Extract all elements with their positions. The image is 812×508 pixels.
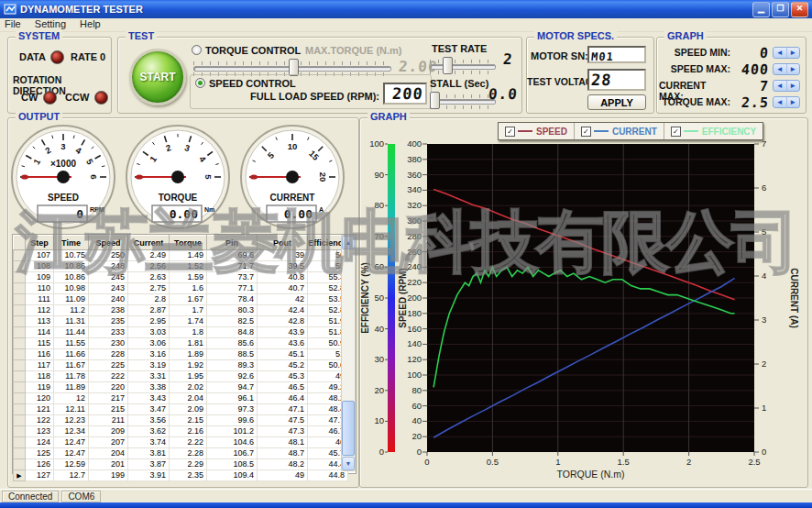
table-cell[interactable]: 69.6 — [207, 250, 258, 261]
table-cell[interactable]: 1.7 — [170, 305, 207, 316]
table-cell[interactable]: 73.7 — [207, 272, 258, 283]
table-cell[interactable]: 11.2 — [54, 305, 89, 316]
full-load-speed-field[interactable]: 200 — [383, 83, 427, 105]
table-cell[interactable]: 124 — [26, 437, 54, 448]
spin-right-arrow[interactable]: ► — [787, 81, 800, 91]
table-cell[interactable]: 40.8 — [258, 272, 308, 283]
table-cell[interactable]: 2.02 — [170, 382, 207, 393]
titlebar[interactable]: DYNAMOMETER TESTER ▁ ❐ ✕ — [0, 0, 812, 18]
table-cell[interactable]: 11.78 — [54, 371, 89, 382]
table-cell[interactable]: 84.8 — [207, 327, 258, 338]
table-cell[interactable]: 209 — [89, 426, 128, 437]
table-row[interactable]: 11010.982432.751.677.140.752.8 — [14, 283, 348, 294]
row-selector[interactable] — [14, 426, 26, 437]
table-cell[interactable]: 108 — [26, 261, 54, 272]
row-selector[interactable] — [14, 283, 26, 294]
table-cell[interactable]: 2.75 — [128, 283, 170, 294]
table-cell[interactable]: 2.8 — [128, 294, 170, 305]
table-cell[interactable]: 3.38 — [128, 382, 170, 393]
table-cell[interactable]: 3.74 — [128, 437, 170, 448]
test-voltage-field[interactable]: 28 — [587, 69, 646, 91]
table-cell[interactable]: 199 — [89, 470, 128, 481]
row-selector[interactable] — [14, 305, 26, 316]
table-cell[interactable]: 46.4 — [258, 393, 308, 404]
table-cell[interactable]: 42.4 — [258, 305, 308, 316]
table-cell[interactable]: 111 — [26, 294, 54, 305]
table-cell[interactable]: 211 — [89, 415, 128, 426]
table-cell[interactable]: 114 — [26, 327, 54, 338]
table-cell[interactable]: 78.4 — [207, 294, 258, 305]
row-selector[interactable] — [14, 415, 26, 426]
table-cell[interactable]: 71.7 — [207, 261, 258, 272]
table-cell[interactable]: 1.8 — [170, 327, 207, 338]
test-rate-slider-thumb[interactable] — [443, 57, 453, 74]
table-cell[interactable]: 1.49 — [170, 250, 207, 261]
table-cell[interactable]: 126 — [26, 459, 54, 470]
table-cell[interactable]: 12.47 — [54, 437, 89, 448]
table-cell[interactable]: 3.56 — [128, 415, 170, 426]
spin-left-arrow[interactable]: ◄ — [774, 64, 787, 74]
table-cell[interactable]: 11.31 — [54, 316, 89, 327]
table-cell[interactable]: 122 — [26, 415, 54, 426]
table-row[interactable]: 12612.592013.872.29108.548.244.4 — [14, 459, 348, 470]
table-cell[interactable]: 109.4 — [207, 470, 258, 481]
table-cell[interactable]: 96.1 — [207, 393, 258, 404]
table-cell[interactable]: 233 — [89, 327, 128, 338]
row-selector[interactable] — [14, 371, 26, 382]
table-cell[interactable]: 115 — [26, 338, 54, 349]
table-cell[interactable]: 118 — [26, 371, 54, 382]
table-cell[interactable]: 2.09 — [170, 404, 207, 415]
test-rate-slider[interactable] — [430, 60, 496, 74]
scroll-down-arrow[interactable]: ▼ — [342, 457, 355, 470]
table-cell[interactable]: 235 — [89, 316, 128, 327]
table-cell[interactable]: 2.29 — [170, 459, 207, 470]
table-cell[interactable]: 12.47 — [54, 448, 89, 459]
row-selector[interactable] — [14, 327, 26, 338]
table-cell[interactable]: 89.3 — [207, 360, 258, 371]
table-cell[interactable]: 217 — [89, 393, 128, 404]
table-cell[interactable]: 11.09 — [54, 294, 89, 305]
table-cell[interactable]: 215 — [89, 404, 128, 415]
table-cell[interactable]: 1.81 — [170, 338, 207, 349]
table-cell[interactable]: 113 — [26, 316, 54, 327]
table-cell[interactable]: 45.3 — [258, 371, 308, 382]
table-cell[interactable]: 228 — [89, 349, 128, 360]
row-selector[interactable] — [14, 250, 26, 261]
row-selector[interactable] — [14, 349, 26, 360]
table-cell[interactable]: 204 — [89, 448, 128, 459]
table-cell[interactable]: 99.6 — [207, 415, 258, 426]
restore-button[interactable]: ❐ — [772, 2, 789, 17]
table-cell[interactable]: 12.34 — [54, 426, 89, 437]
table-cell[interactable]: 1.52 — [170, 261, 207, 272]
spin-left-arrow[interactable]: ◄ — [774, 48, 787, 58]
table-row[interactable]: 11111.092402.81.6778.44253.5 — [14, 294, 348, 305]
table-cell[interactable]: 2.49 — [128, 250, 170, 261]
table-cell[interactable]: 48.7 — [258, 448, 308, 459]
table-cell[interactable]: 109 — [26, 272, 54, 283]
table-cell[interactable]: 97.3 — [207, 404, 258, 415]
table-row[interactable]: ▶12712.71993.912.35109.44944.8 — [14, 470, 348, 481]
table-cell[interactable]: 125 — [26, 448, 54, 459]
speed-max-spinner[interactable]: ◄► — [773, 63, 800, 75]
speed-checkbox[interactable]: ✓ — [505, 127, 515, 137]
table-cell[interactable]: 120 — [26, 393, 54, 404]
table-row[interactable]: 11211.22382.871.780.342.452.8 — [14, 305, 348, 316]
stall-slider-thumb[interactable] — [430, 92, 440, 109]
table-cell[interactable]: 110 — [26, 283, 54, 294]
speed-control-radio[interactable] — [195, 78, 205, 88]
table-cell[interactable]: 248 — [89, 261, 128, 272]
table-cell[interactable]: 43.9 — [258, 327, 308, 338]
efficiency-checkbox[interactable]: ✓ — [671, 127, 681, 137]
row-selector[interactable] — [14, 459, 26, 470]
scrollbar-thumb[interactable] — [342, 401, 355, 456]
row-selector[interactable]: ▶ — [14, 470, 26, 481]
table-cell[interactable]: 1.95 — [170, 371, 207, 382]
table-cell[interactable]: 12 — [54, 393, 89, 404]
table-cell[interactable]: 1.89 — [170, 349, 207, 360]
table-cell[interactable]: 46.5 — [258, 382, 308, 393]
spin-right-arrow[interactable]: ► — [787, 48, 800, 58]
table-cell[interactable]: 201 — [89, 459, 128, 470]
table-cell[interactable]: 230 — [89, 338, 128, 349]
table-row[interactable]: 12212.232113.562.1599.647.547.7 — [14, 415, 348, 426]
table-row[interactable]: 10910.862452.631.5973.740.855.3 — [14, 272, 348, 283]
